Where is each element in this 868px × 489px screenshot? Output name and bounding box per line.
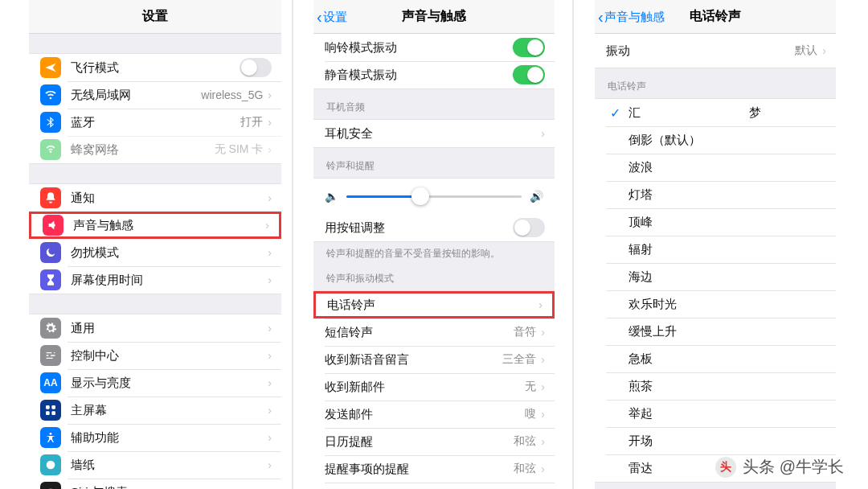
svg-rect-3 — [51, 411, 55, 415]
ringtone-option[interactable]: 倒影（默认） — [595, 126, 836, 154]
row-vibrate-ring[interactable]: 响铃模式振动 — [313, 34, 555, 61]
row-display[interactable]: AA 显示与亮度 › — [29, 369, 281, 397]
row-sounds-haptics[interactable]: 声音与触感 › — [29, 212, 281, 239]
ringtone-option[interactable]: 开场 — [595, 427, 836, 454]
back-button[interactable]: ‹ 设置 — [317, 0, 347, 34]
row-general[interactable]: 通用 › — [29, 314, 281, 342]
airplane-toggle[interactable] — [240, 58, 272, 77]
row-ringtone[interactable]: 电话铃声 › — [313, 291, 555, 318]
option-label: 波浪 — [606, 160, 826, 175]
svg-point-5 — [47, 461, 55, 470]
row-change-with-buttons[interactable]: 用按钮调整 — [313, 214, 555, 241]
group-header: 耳机音频 — [313, 89, 555, 119]
row-reminders[interactable]: 提醒事项的提醒 和弦 › — [313, 455, 555, 483]
chevron-right-icon: › — [541, 380, 545, 393]
row-headphone-safety[interactable]: 耳机安全 › — [313, 120, 555, 147]
row-wifi[interactable]: 无线局域网 wireless_5G › — [29, 81, 281, 109]
row-detail: wireless_5G — [201, 88, 263, 101]
option-label: 急板 — [606, 351, 826, 367]
row-label: 屏幕使用时间 — [71, 273, 263, 288]
row-siri[interactable]: Siri 与搜索 › — [29, 479, 281, 489]
row-label: 发送邮件 — [325, 407, 518, 422]
vibration-group: 振动 默认 › — [595, 34, 836, 68]
row-text-tone[interactable]: 短信铃声 音符 › — [313, 318, 555, 346]
watermark: 头 头条 @牛学长 — [715, 456, 844, 478]
row-label: 收到新语音留言 — [325, 352, 496, 368]
vibrate-silent-toggle[interactable] — [513, 65, 545, 84]
chevron-right-icon: › — [268, 376, 272, 389]
chevron-right-icon: › — [541, 408, 545, 421]
ringtone-option[interactable]: 煎茶 — [595, 372, 836, 400]
row-label: 主屏幕 — [71, 403, 263, 418]
ringtone-option[interactable]: 顶峰 — [595, 208, 836, 236]
row-label: 蜂窝网络 — [71, 142, 208, 158]
row-detail: 和弦 — [514, 462, 536, 476]
option-label: 欢乐时光 — [606, 297, 826, 312]
ringtone-option[interactable]: 举起 — [595, 400, 836, 427]
chevron-right-icon: › — [268, 431, 272, 444]
row-bluetooth[interactable]: 蓝牙 打开 › — [29, 109, 281, 136]
chevron-right-icon: › — [265, 219, 269, 232]
chevron-right-icon: › — [822, 44, 826, 57]
row-sent-mail[interactable]: 发送邮件 嗖 › — [313, 401, 555, 428]
option-label: 辐射 — [606, 242, 826, 257]
slider-knob[interactable] — [411, 187, 429, 205]
option-label: 缓慢上升 — [606, 324, 826, 339]
volume-slider-row: 🔈 🔊 — [313, 179, 555, 214]
row-screen-time[interactable]: 屏幕使用时间 › — [29, 266, 281, 294]
ringtone-option[interactable]: 海边 — [595, 263, 836, 290]
chevron-right-icon: › — [268, 143, 272, 156]
row-wallpaper[interactable]: 墙纸 › — [29, 451, 281, 479]
cellular-icon — [40, 139, 61, 160]
ringtone-option[interactable]: ✓汇 梦 — [595, 99, 836, 126]
row-vibrate-silent[interactable]: 静音模式振动 — [313, 61, 555, 88]
row-airdrop[interactable]: 隔空投送 脉冲 › — [313, 483, 555, 489]
row-control-center[interactable]: 控制中心 › — [29, 342, 281, 369]
row-label: 收到新邮件 — [325, 380, 518, 395]
option-label: 举起 — [606, 406, 826, 421]
row-new-mail[interactable]: 收到新邮件 无 › — [313, 373, 555, 401]
chevron-right-icon: › — [541, 326, 545, 339]
ringtone-option[interactable]: 波浪 — [595, 154, 836, 181]
chevron-right-icon: › — [541, 353, 545, 366]
chevron-right-icon: › — [268, 458, 272, 471]
row-detail: 无 SIM 卡 — [215, 142, 264, 157]
row-dnd[interactable]: 勿扰模式 › — [29, 239, 281, 266]
ringtone-option[interactable]: 缓慢上升 — [595, 318, 836, 345]
row-airplane-mode[interactable]: 飞行模式 — [29, 54, 281, 81]
row-label: 墙纸 — [71, 458, 263, 473]
row-home-screen[interactable]: 主屏幕 › — [29, 397, 281, 424]
row-vibration[interactable]: 振动 默认 › — [595, 34, 836, 68]
back-label: 声音与触感 — [604, 10, 665, 25]
chevron-left-icon: ‹ — [598, 9, 604, 25]
row-cellular[interactable]: 蜂窝网络 无 SIM 卡 › — [29, 136, 281, 163]
row-label: 声音与触感 — [73, 218, 260, 233]
ringtone-option[interactable]: 急板 — [595, 345, 836, 372]
volume-slider[interactable] — [346, 195, 522, 198]
chevron-right-icon: › — [268, 322, 272, 335]
row-detail: 无 — [525, 380, 536, 394]
option-label: 汇 梦 — [628, 105, 826, 121]
row-detail: 和弦 — [514, 434, 536, 449]
row-accessibility[interactable]: 辅助功能 › — [29, 424, 281, 451]
headphone-group: 耳机安全 › — [313, 119, 555, 148]
group-header: 电话铃声 — [595, 68, 836, 98]
row-label: 用按钮调整 — [325, 220, 513, 236]
row-label: 蓝牙 — [71, 115, 234, 130]
row-notifications[interactable]: 通知 › — [29, 184, 281, 212]
back-button[interactable]: ‹ 声音与触感 — [598, 0, 665, 34]
buttons-toggle[interactable] — [513, 218, 545, 237]
row-voicemail[interactable]: 收到新语音留言 三全音 › — [313, 346, 555, 373]
sounds-screen: ‹ 设置 声音与触感 响铃模式振动 静音模式振动 耳机音频 耳机安全 › 铃声和… — [313, 0, 555, 489]
patterns-group: 电话铃声 › 短信铃声 音符 › 收到新语音留言 三全音 › 收到新邮件 无 ›… — [313, 290, 555, 489]
vibrate-ring-toggle[interactable] — [513, 38, 545, 57]
ringtone-option[interactable]: 辐射 — [595, 236, 836, 263]
row-label: 振动 — [606, 43, 788, 59]
hourglass-icon — [40, 269, 61, 290]
ringtone-option[interactable]: 欢乐时光 — [595, 290, 836, 318]
settings-group-attention: 通知 › 声音与触感 › 勿扰模式 › 屏幕使用时间 › — [29, 183, 281, 294]
chevron-right-icon: › — [268, 273, 272, 286]
row-calendar[interactable]: 日历提醒 和弦 › — [313, 428, 555, 455]
ringtone-option[interactable]: 灯塔 — [595, 181, 836, 208]
aa-icon: AA — [40, 372, 61, 393]
